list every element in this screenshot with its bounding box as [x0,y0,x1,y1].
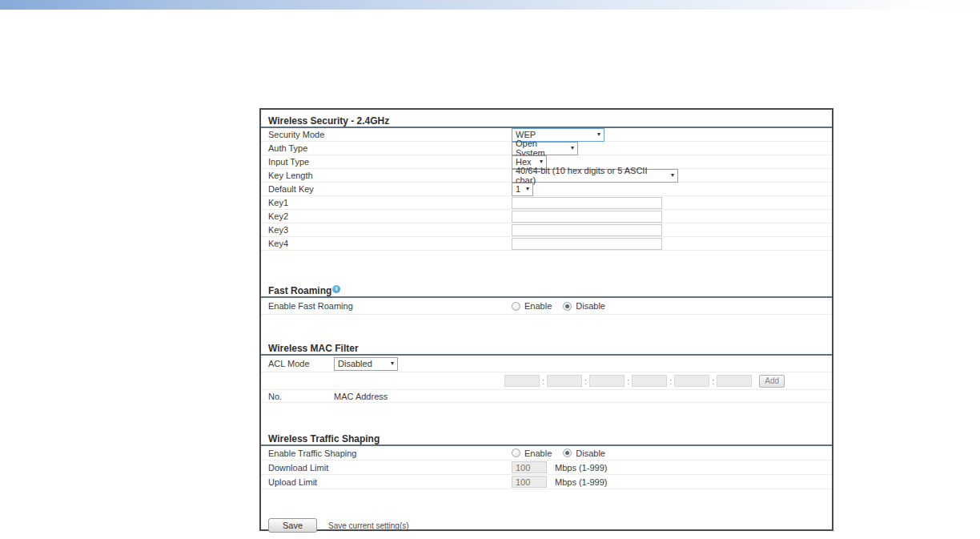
row-mac-table-header: No. MAC Address [261,390,832,403]
traffic-shaping-enable-option-label: Enable [524,448,552,458]
default-key-select[interactable]: 1 ▾ [512,183,533,196]
row-key3: Key3 [261,223,832,237]
download-limit-input[interactable] [512,461,547,473]
row-auth-type: Auth Type Open System ▾ [261,142,832,155]
page: Wireless Security - 2.4GHz Security Mode… [0,0,980,539]
save-note: Save current setting(s) [328,521,409,530]
row-default-key: Default Key 1 ▾ [261,183,832,196]
mac-octet-input-2[interactable] [547,375,582,387]
traffic-shaping-disable-radio[interactable] [563,448,572,457]
section-title-mac-filter: Wireless MAC Filter [261,337,832,354]
mac-octet-input-3[interactable] [589,375,625,387]
section-title-traffic-shaping: Wireless Traffic Shaping [261,428,832,444]
chevron-down-icon: ▾ [391,360,394,367]
acl-mode-label: ACL Mode [268,359,334,368]
security-mode-label: Security Mode [268,130,512,139]
key-length-select[interactable]: 40/64-bit (10 hex digits or 5 ASCII char… [512,169,678,183]
upload-limit-unit: Mbps (1-999) [555,477,607,487]
chevron-down-icon: ▾ [571,145,574,151]
mac-table-col-no: No. [268,392,334,401]
fast-roaming-title: Fast Roaming [268,285,331,296]
default-key-value: 1 [516,184,520,194]
save-button[interactable]: Save [268,518,317,533]
fast-roaming-enable-option-label: Enable [524,301,552,311]
mac-separator: : [712,376,714,386]
row-enable-fast-roaming: Enable Fast Roaming Enable Disable [261,298,832,315]
row-enable-traffic-shaping: Enable Traffic Shaping Enable Disable [261,446,832,461]
mac-octet-input-1[interactable] [504,375,540,387]
chevron-down-icon: ▾ [540,159,543,165]
mac-separator: : [584,376,587,386]
mac-octet-input-6[interactable] [717,375,752,387]
mac-table-col-mac: MAC Address [334,392,388,401]
acl-mode-value: Disabled [338,359,372,368]
acl-mode-select[interactable]: Disabled ▾ [334,357,398,371]
traffic-shaping-disable-option-label: Disable [576,448,605,458]
auth-type-label: Auth Type [268,143,512,153]
chevron-down-icon: ▾ [597,131,600,138]
download-limit-unit: Mbps (1-999) [555,463,607,473]
chevron-down-icon: ▾ [526,186,529,192]
row-download-limit: Download Limit Mbps (1-999) [261,461,832,475]
key2-label: Key2 [268,211,512,221]
row-key1: Key1 [261,196,832,210]
row-key4: Key4 [261,237,832,251]
top-gradient-bar [0,0,980,10]
fast-roaming-disable-option-label: Disable [576,301,605,311]
upload-limit-label: Upload Limit [268,477,512,487]
enable-traffic-shaping-label: Enable Traffic Shaping [268,448,512,458]
add-mac-button[interactable]: Add [759,375,785,388]
key4-input[interactable] [512,238,662,250]
default-key-label: Default Key [268,184,512,194]
key-length-label: Key Length [268,171,512,180]
key3-input[interactable] [512,224,662,236]
mac-octet-input-4[interactable] [632,375,667,387]
key4-label: Key4 [268,239,512,248]
key1-label: Key1 [268,198,512,207]
row-save: Save Save current setting(s) [261,518,832,533]
row-mac-entry: : : : : : Add [261,372,832,390]
key2-input[interactable] [512,211,662,223]
key3-label: Key3 [268,225,512,235]
mac-separator: : [669,376,672,386]
traffic-shaping-enable-radio[interactable] [512,448,520,457]
section-title-wireless-security: Wireless Security - 2.4GHz [261,110,832,127]
row-key2: Key2 [261,210,832,223]
settings-panel: Wireless Security - 2.4GHz Security Mode… [259,108,833,531]
section-title-fast-roaming: Fast Roamingi [261,280,832,296]
row-acl-mode: ACL Mode Disabled ▾ [261,356,832,372]
mac-separator: : [542,376,544,386]
fast-roaming-enable-radio[interactable] [512,302,520,311]
download-limit-label: Download Limit [268,463,512,473]
upload-limit-input[interactable] [512,476,547,488]
enable-fast-roaming-label: Enable Fast Roaming [268,301,512,311]
mac-octet-input-5[interactable] [674,375,709,387]
mac-separator: : [627,376,629,386]
fast-roaming-disable-radio[interactable] [563,302,572,311]
row-key-length: Key Length 40/64-bit (10 hex digits or 5… [261,169,832,183]
row-upload-limit: Upload Limit Mbps (1-999) [261,475,832,489]
auth-type-select[interactable]: Open System ▾ [512,142,578,155]
info-icon[interactable]: i [332,285,340,293]
key1-input[interactable] [512,197,662,209]
input-type-label: Input Type [268,157,512,167]
chevron-down-icon: ▾ [671,172,674,179]
